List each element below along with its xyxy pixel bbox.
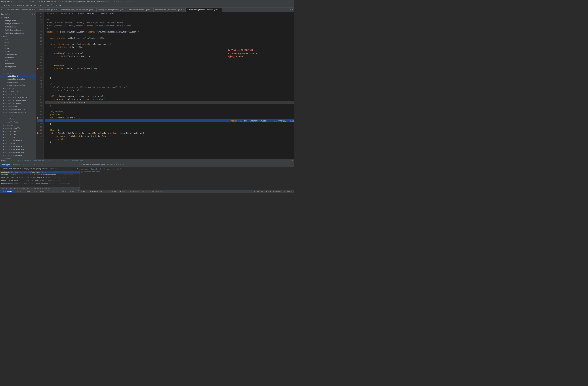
tree-nettybytebuf2[interactable]: ● NettyByteBuf2 (0, 133, 36, 136)
tab-fixedrecv1-close[interactable]: × (34, 9, 35, 11)
frame-item-3[interactable]: processSelectedKey:751, NioEventLoop (io… (0, 179, 80, 182)
tree-nettyclienthandler2[interactable]: ● NettyClientHandler (0, 139, 36, 142)
tree-bufferduplicate[interactable]: ● BufferDuplicate (0, 90, 36, 93)
tree-netty[interactable]: netty (0, 35, 36, 38)
settings-button[interactable]: ⚙ (55, 4, 58, 7)
frame-item-4[interactable]: processSelectedKeysOptimized:667, NioEve… (0, 182, 80, 184)
debug-resume-btn[interactable]: ▶ (22, 163, 25, 167)
debug-settings-icon[interactable]: ⚙ (292, 160, 293, 162)
tree-bytebufferwritetofile[interactable]: ● ByteBufferWriteToFile (0, 111, 36, 114)
tree-ionetty[interactable]: io.netty (0, 158, 36, 159)
code-editor[interactable]: 18 19 20 21 22 23 24 25 26 27 28 29 30 3… (36, 12, 294, 159)
thread-filter-icon[interactable]: ▼ (77, 168, 78, 170)
run-status[interactable]: ▶ Run (120, 190, 126, 192)
tree-base[interactable]: base (0, 41, 36, 44)
frame-item-0[interactable]: newHandle:53, FixedRecvByteBufAllocator … (0, 171, 80, 174)
tree-nettyserverhandler-ex1[interactable]: ● NettyServerHandler (0, 84, 36, 87)
debug-step-into-btn[interactable]: ↓ (29, 163, 33, 167)
tree-nettyserver-ex1[interactable]: ● NettyServer (0, 81, 36, 84)
debug-eval-btn[interactable]: ≡ (40, 163, 44, 167)
tree-nio-root[interactable]: nio (0, 68, 36, 71)
tree-heartbeat[interactable]: heartbeat (0, 56, 36, 59)
tree-filelock[interactable]: ● FileLock (0, 114, 36, 117)
tree-nettyclienthandler-ex1[interactable]: ● NettyClientHandler (0, 78, 36, 81)
reload-button[interactable]: ⟳ (46, 4, 49, 7)
project-dropdown[interactable]: ▼ (9, 13, 10, 15)
sidebar-layout-icon[interactable]: ⊞ (34, 13, 35, 15)
tree-bytebuffercompact[interactable]: ● ByteBufferCompact (0, 102, 36, 105)
run-button[interactable]: ▶ (39, 4, 42, 7)
tree-accepttest[interactable]: ● AcceptTest (0, 87, 36, 90)
tree-aio[interactable]: aio (0, 38, 36, 41)
code-content[interactable]: bufferSize 等于我们创建FixedRecvByteBufAllocat… (44, 12, 294, 159)
debug-tab-status[interactable]: 🐛 ⊙ Debug (1, 190, 14, 193)
tab-niosocket-close[interactable]: × (151, 9, 152, 11)
dependencies-status[interactable]: Dependencies (90, 191, 102, 192)
tree-nettyclient-selected[interactable]: ● NettyClient (0, 75, 36, 78)
tree-nettyserverhandler3[interactable]: ● NettyServerHandler3 (0, 151, 36, 154)
tree-nettyclient1[interactable]: ● NettyClient (0, 19, 36, 23)
terminal-status[interactable]: ⬛ Terminal (105, 190, 117, 192)
tree-nio-netty[interactable]: nio (0, 59, 36, 62)
todo-status[interactable]: TODO (26, 191, 30, 192)
tree-nettyserverhandler2b[interactable]: ● NettyServerHandler (0, 145, 36, 148)
tree-nioselectorserver[interactable]: ● NioSelectorServer (0, 154, 36, 158)
git-status[interactable]: ⊙ Git (18, 190, 22, 192)
tree-guesstest[interactable]: ● GuessTest (0, 117, 36, 121)
frame-item-1[interactable]: recvBufAllocHandle:449, AbstractChannel$… (0, 174, 80, 176)
tab-abstractnio[interactable]: AbstractNioByteChannel.java × (154, 8, 186, 12)
run-config[interactable]: com.tuling.nio.example1.NettyClient (1, 4, 39, 7)
watch-item-buffersize[interactable]: ◇◇ bufferSize = 2056 (80, 170, 294, 173)
build-status[interactable]: 🔨 Build (78, 190, 86, 192)
tree-length[interactable]: length (0, 16, 36, 19)
tree-bytebufferput[interactable]: ● ByteBufferPut (0, 105, 36, 108)
frame-item-2[interactable]: read:164, AbstractNioChannel$NioByteUnsa… (0, 176, 80, 179)
sidebar-settings-icon[interactable]: ⚙ (32, 13, 33, 15)
tree-bio[interactable]: bio (0, 44, 36, 47)
tree-bufferslice[interactable]: ● BufferSlice (0, 93, 36, 96)
debug-run-cursor-btn[interactable]: → (37, 163, 40, 167)
tree-example1[interactable]: example1 (0, 71, 36, 75)
debug-thread2[interactable]: com.tuling.nio.example1.NettyClient (47, 160, 83, 162)
tree-intbuffertest[interactable]: ● IntBufferTest (0, 121, 36, 124)
debug-thread1[interactable]: com.tuling.nio.example1.NettyServer (9, 160, 44, 162)
tab-serverhandler[interactable]: ● example1/NettyServerHandler.java × (58, 8, 97, 12)
profiler-status[interactable]: ⏱ Profiler (48, 190, 59, 192)
tab-fixedrecv-active[interactable]: ● FixedRecvByteBufAllocator.java × (186, 8, 222, 12)
tab-serverhandler-close[interactable]: × (94, 9, 95, 11)
tree-bytebufferallocatedirect[interactable]: ● ByteBufferAllocateDirect (0, 96, 36, 99)
tab-console[interactable]: Console (12, 163, 21, 167)
tree-leakdemo[interactable]: ● LeakDemo (0, 124, 36, 127)
tree-reconnect[interactable]: reconnect (0, 62, 36, 65)
remove-watch-btn[interactable]: − (292, 164, 293, 166)
debug-step-out-btn[interactable]: ↑ (33, 163, 36, 167)
build-button[interactable]: 🔨 (50, 4, 53, 7)
tree-nettyserverhandler1[interactable]: ● NettyServerHandler (0, 28, 36, 32)
tree-bytebufferreaderfile[interactable]: ● ByteBufferReaderFile (0, 108, 36, 111)
tree-nettyserver2[interactable]: ● NettyServer (0, 142, 36, 145)
tree-chat[interactable]: chat (0, 47, 36, 50)
search-button[interactable]: 🔍 (59, 4, 62, 7)
tab-fixedrecv-active-close[interactable]: × (219, 9, 220, 11)
tree-directbuffer[interactable]: directbuffer (0, 53, 36, 56)
tree-nettyclienthandler1[interactable]: ● NettyClientHandler (0, 23, 36, 25)
tree-nettybytebuf[interactable]: ● NettyByteBuf (0, 130, 36, 133)
tab-fixedrecv1[interactable]: ● FixedRecvByteBufAllocator.java × (0, 8, 36, 12)
tab-debugger[interactable]: Debugger (0, 163, 11, 167)
tab-overflow[interactable]: 2 ▾ (289, 9, 294, 11)
watch-item-this[interactable]: ▷▷ this = {FixedRecvByteBufAllocator@197… (80, 168, 294, 170)
debug-more-btn[interactable]: ⋯ (44, 163, 47, 167)
tab-nettyserver-close[interactable]: × (126, 9, 126, 11)
stop-button[interactable]: ⬛ (43, 4, 46, 7)
debug-step-over-btn[interactable]: ↷ (26, 163, 29, 167)
tab-niosocket[interactable]: NioSocketChannel.java × (128, 8, 154, 12)
git-branch[interactable]: ⎇ master (284, 190, 293, 192)
problems-status[interactable]: ⚠ Problems (34, 190, 44, 192)
tab-nettyclient[interactable]: ● NettyClient.java × (36, 8, 58, 12)
tree-splitpacket[interactable]: splitpacket (0, 65, 36, 68)
endpoints-status[interactable]: ⛓ Endpoints (62, 190, 74, 192)
add-watch-btn[interactable]: + (290, 164, 291, 166)
tree-bytebufferchannelread[interactable]: ● ByteBufferChannelRead (0, 99, 36, 102)
tab-nettyclient-close[interactable]: × (56, 9, 57, 11)
tree-nettyserverhandler2[interactable]: ● NettyServerHandler2 (0, 32, 36, 35)
